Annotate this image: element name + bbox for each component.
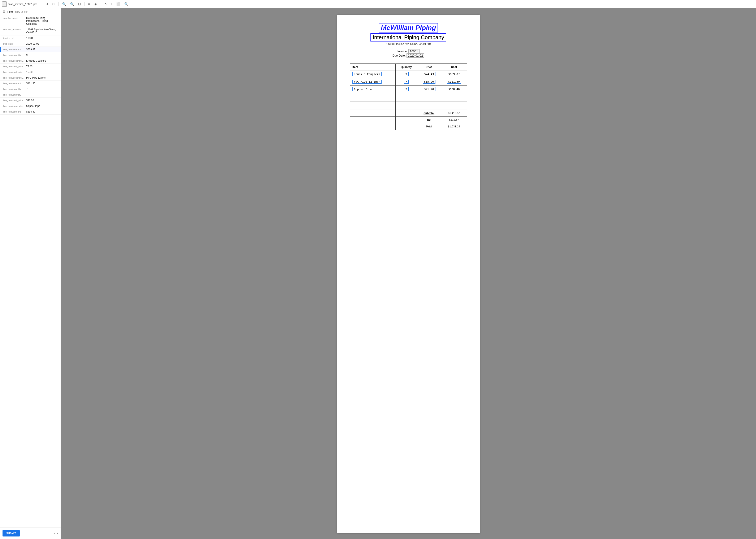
sidebar-item-value: $669.87 [26, 48, 35, 51]
sidebar-item-key: line_item/unit_price [3, 71, 26, 74]
sidebar-item-value: 9 [26, 54, 28, 56]
empty-qty [395, 102, 417, 110]
item-outlined: Knuckle Couplers [352, 72, 381, 76]
pdf-page: McWilliam Piping International Piping Co… [337, 15, 480, 533]
undo-button[interactable]: ↺ [44, 2, 49, 7]
sidebar-item: line_item/quantity7 [0, 86, 60, 92]
sidebar-item: line_item/amount$669.87 [0, 47, 60, 52]
company-address: 14368 Pipeline Ave Chino, CA 91710 [350, 42, 467, 45]
main-layout: ☰ Filter supplier_nameMcWilliam Piping I… [0, 8, 756, 539]
due-date-line: Due Date: 2020-01-02 [350, 54, 467, 57]
sidebar-item-key: line_item/amount [3, 48, 26, 51]
col-price: Price [417, 64, 441, 70]
invoice-header: McWilliam Piping International Piping Co… [350, 23, 467, 57]
search-button[interactable]: 🔍 [123, 2, 129, 7]
next-button[interactable]: › [57, 531, 58, 536]
item-outlined: Copper Pipe [352, 87, 374, 91]
empty-qty [395, 93, 417, 102]
summary-empty-item [350, 110, 396, 116]
summary-empty-qty [395, 123, 417, 130]
empty-item [350, 93, 396, 102]
price-outlined: $91.20 [423, 87, 436, 91]
rect-button[interactable]: ⬜ [115, 2, 122, 7]
zoom-in-button[interactable]: 🔍 [69, 2, 75, 7]
sidebar-item-key: line_item/unit_price [3, 99, 26, 102]
due-date-label: Due Date: [392, 54, 406, 57]
summary-empty-qty [395, 116, 417, 123]
sidebar-item-key: line_item/quantity [3, 93, 26, 96]
sidebar-item-key: supplier_name [3, 17, 26, 25]
empty-price [417, 93, 441, 102]
price-outlined: $74.43 [423, 72, 436, 76]
sidebar-item-key: line_item/descripti... [3, 76, 26, 79]
table-row-summary: Subtotal $1,419.57 [350, 110, 467, 116]
sidebar-item: supplier_address14368 Pipeline Ave Chino… [0, 27, 60, 36]
redo-button[interactable]: ↻ [51, 2, 56, 7]
filter-label: Filter [7, 10, 13, 13]
table-row: Knuckle Couplers 9 $74.43 $669.87 [350, 70, 467, 78]
table-header-row: Item Quantity Price Cost [350, 64, 467, 70]
cell-item: Copper Pipe [350, 86, 396, 93]
qty-outlined: 9 [404, 72, 409, 76]
sidebar-item: line_item/quantity9 [0, 52, 60, 58]
cell-cost: $638.40 [441, 86, 467, 93]
sidebar-item-key: due_date [3, 42, 26, 45]
price-outlined: $15.90 [423, 80, 436, 84]
summary-label: Tax [417, 116, 441, 123]
sidebar-item-key: invoice_id [3, 37, 26, 39]
qty-outlined: 7 [404, 87, 409, 91]
sidebar-item-key: line_item/quantity [3, 88, 26, 91]
zoom-out-button[interactable]: 🔍 [61, 2, 67, 7]
table-row: Copper Pipe 7 $91.20 $638.40 [350, 86, 467, 93]
sidebar-item: due_date2020-01-02 [0, 41, 60, 47]
sidebar-item-key: line_item/quantity [3, 54, 26, 56]
invoice-number-line: Invoice: 10001 [350, 50, 467, 53]
cost-outlined: $669.87 [447, 72, 461, 76]
sidebar-item-value: 7 [26, 93, 28, 96]
select-button[interactable]: ↖ [103, 2, 108, 7]
filter-input[interactable] [15, 10, 58, 13]
cost-outlined: $111.30 [447, 80, 461, 84]
cell-cost: $669.87 [441, 70, 467, 78]
sidebar-item: line_item/descripti...Knuckle Couplers [0, 58, 60, 64]
sidebar-item-key: line_item/descripti... [3, 59, 26, 62]
fit-button[interactable]: ⊡ [77, 2, 82, 7]
pdf-area: McWilliam Piping International Piping Co… [61, 8, 756, 539]
summary-value: $1,533.14 [441, 123, 467, 130]
cell-quantity: 7 [395, 86, 417, 93]
col-item: Item [350, 64, 396, 70]
item-outlined: PVC Pipe 12 Inch [352, 80, 381, 84]
cell-price: $15.90 [417, 78, 441, 86]
sidebar-item-key: line_item/amount [3, 82, 26, 85]
empty-item [350, 102, 396, 110]
sidebar-item: supplier_nameMcWilliam Piping Internatio… [0, 15, 60, 27]
sidebar-item-value: $638.40 [26, 110, 35, 113]
empty-cost [441, 102, 467, 110]
summary-empty-item [350, 123, 396, 130]
sidebar-item: line_item/unit_price74.43 [0, 64, 60, 69]
back-button[interactable]: ← [2, 1, 7, 7]
submit-button[interactable]: SUBMIT [3, 530, 20, 536]
empty-cost [441, 93, 467, 102]
table-row-empty [350, 93, 467, 102]
summary-value: $113.57 [441, 116, 467, 123]
cell-item: PVC Pipe 12 Inch [350, 78, 396, 86]
cell-quantity: 9 [395, 70, 417, 78]
sidebar-item-value: PVC Pipe 12 Inch [26, 76, 46, 79]
toolbar-separator-4 [101, 2, 101, 6]
sidebar-item-value: 2020-01-02 [26, 42, 39, 45]
sidebar: ☰ Filter supplier_nameMcWilliam Piping I… [0, 8, 61, 539]
summary-empty-item [350, 116, 396, 123]
table-row-summary: Tax $113.57 [350, 116, 467, 123]
prev-button[interactable]: ‹ [54, 531, 55, 536]
sidebar-item-key: line_item/unit_price [3, 65, 26, 68]
qty-outlined: 7 [404, 80, 409, 84]
sidebar-item-value: $111.30 [26, 82, 35, 85]
sidebar-item-value: $91.20 [26, 99, 34, 102]
cell-item: Knuckle Couplers [350, 70, 396, 78]
split-button[interactable]: ⊦ [110, 2, 114, 7]
sidebar-item-value: 10001 [26, 37, 33, 39]
eraser-button[interactable]: ◈ [94, 2, 98, 7]
col-quantity: Quantity [395, 64, 417, 70]
pen-button[interactable]: ✏ [87, 2, 92, 7]
